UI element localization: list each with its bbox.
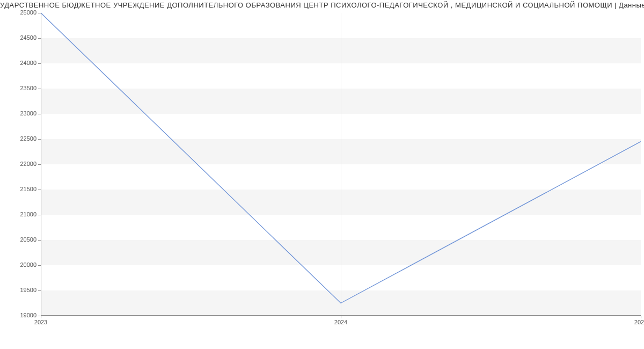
y-tick-label: 25000	[6, 9, 36, 16]
y-tick	[38, 215, 41, 215]
y-tick	[38, 265, 41, 266]
y-tick	[38, 190, 41, 190]
y-tick-label: 22500	[6, 135, 36, 142]
y-tick-label: 21500	[6, 186, 36, 192]
y-tick	[38, 139, 41, 140]
x-tick	[341, 316, 341, 318]
data-line	[41, 13, 641, 316]
y-tick-label: 24500	[6, 34, 36, 41]
y-tick	[38, 114, 41, 114]
y-axis-line	[41, 13, 41, 316]
x-tick-label: 2025	[634, 319, 644, 325]
y-tick-label: 21000	[6, 211, 36, 217]
y-tick-label: 22000	[6, 161, 36, 167]
y-tick-label: 20500	[6, 236, 36, 243]
x-tick-label: 2023	[34, 319, 47, 325]
y-tick	[38, 89, 41, 89]
x-tick	[41, 316, 41, 318]
y-tick-label: 24000	[6, 60, 36, 66]
y-tick	[38, 290, 41, 291]
y-tick	[38, 164, 41, 165]
chart-title: УДАРСТВЕННОЕ БЮДЖЕТНОЕ УЧРЕЖДЕНИЕ ДОПОЛН…	[0, 1, 644, 11]
y-tick	[38, 240, 41, 241]
y-tick	[38, 38, 41, 39]
y-tick-label: 19500	[6, 287, 36, 293]
plot-area	[41, 13, 641, 316]
y-tick	[38, 63, 41, 64]
y-tick	[38, 13, 41, 13]
y-tick-label: 20000	[6, 261, 36, 268]
y-tick-label: 19000	[6, 312, 36, 318]
x-tick	[641, 316, 641, 318]
y-tick-label: 23500	[6, 85, 36, 91]
x-tick-label: 2024	[334, 319, 347, 325]
y-tick-label: 23000	[6, 110, 36, 117]
